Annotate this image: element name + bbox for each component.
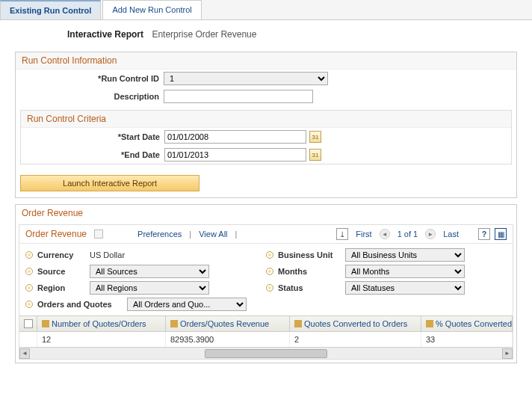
- tab-existing-run-control[interactable]: Existing Run Control: [0, 0, 101, 19]
- run-control-criteria-title: Run Control Criteria: [21, 111, 511, 128]
- prev-icon[interactable]: ◄: [380, 229, 390, 239]
- cell-number: 12: [37, 332, 166, 347]
- region-label: Region: [37, 283, 90, 292]
- business-unit-label: Business Unit: [278, 250, 345, 259]
- launch-interactive-report-button[interactable]: Launch Interactive Report: [20, 175, 200, 191]
- description-label: Description: [22, 92, 164, 101]
- page-title-value: Enterprise Order Revenue: [152, 29, 256, 40]
- cube-icon: [42, 320, 49, 327]
- cube-icon: [426, 320, 433, 327]
- scroll-left-icon[interactable]: ◄: [19, 348, 30, 359]
- calendar-icon[interactable]: 31: [309, 131, 321, 143]
- column-headers: Number of Quotes/Orders Orders/Quotes Re…: [19, 316, 513, 332]
- run-control-id-select[interactable]: 1: [164, 72, 328, 85]
- col-number-quotes-orders[interactable]: Number of Quotes/Orders: [37, 316, 166, 331]
- source-label: Source: [37, 267, 90, 276]
- run-control-id-label: *Run Control ID: [22, 74, 164, 83]
- tab-bar: Existing Run Control Add New Run Control: [0, 0, 532, 20]
- status-label: Status: [278, 283, 345, 292]
- table-row[interactable]: 12 82935.3900 2 33: [19, 332, 513, 347]
- pager-text: 1 of 1: [398, 230, 418, 238]
- first-link[interactable]: First: [356, 230, 371, 238]
- end-date-label: *End Date: [27, 150, 164, 159]
- cell-pct: 33: [421, 332, 513, 347]
- download-icon[interactable]: ⤓: [336, 228, 348, 240]
- region-select[interactable]: All Regions: [90, 281, 209, 295]
- chart-icon[interactable]: [94, 230, 103, 238]
- select-all-checkbox[interactable]: [24, 319, 33, 328]
- order-revenue-title: Order Revenue: [16, 205, 516, 221]
- radio-icon[interactable]: [25, 251, 33, 259]
- radio-icon[interactable]: [266, 268, 273, 275]
- end-date-input[interactable]: [164, 148, 306, 161]
- grid-toolbar-title: Order Revenue: [25, 229, 87, 239]
- radio-icon[interactable]: [25, 284, 33, 292]
- filter-area: Currency US Dollar Business Unit All Bus…: [19, 244, 513, 316]
- help-icon[interactable]: ?: [478, 228, 490, 240]
- radio-icon[interactable]: [266, 284, 273, 292]
- months-select[interactable]: All Months: [345, 265, 465, 278]
- cell-revenue: 82935.3900: [166, 332, 290, 347]
- next-icon[interactable]: ►: [425, 229, 436, 239]
- run-control-info-title: Run Control Information: [16, 52, 516, 70]
- col-orders-quotes-revenue[interactable]: Orders/Quotes Revenue: [166, 316, 290, 331]
- scroll-right-icon[interactable]: ►: [502, 348, 513, 359]
- currency-value: US Dollar: [90, 250, 125, 259]
- start-date-input[interactable]: [164, 130, 306, 144]
- radio-icon[interactable]: [25, 301, 33, 308]
- page-title-label: Interactive Report: [67, 29, 143, 40]
- months-label: Months: [278, 267, 345, 276]
- grid-toolbar: Order Revenue Preferences | View All | ⤓…: [19, 225, 513, 244]
- radio-icon[interactable]: [25, 268, 33, 275]
- preferences-link[interactable]: Preferences: [137, 230, 182, 238]
- cell-converted: 2: [290, 332, 421, 347]
- col-pct-quotes-converted[interactable]: % Quotes Converted to: [421, 316, 513, 331]
- cube-icon: [170, 320, 178, 327]
- last-link[interactable]: Last: [443, 230, 459, 238]
- radio-icon[interactable]: [266, 251, 273, 259]
- col-quotes-converted[interactable]: Quotes Converted to Orders: [290, 316, 421, 331]
- order-revenue-section: Order Revenue Order Revenue Preferences …: [15, 204, 517, 363]
- horizontal-scrollbar[interactable]: ◄ ►: [19, 347, 513, 359]
- description-input[interactable]: [164, 90, 313, 103]
- page-title: Interactive Report Enterprise Order Reve…: [0, 20, 532, 46]
- cube-icon: [294, 320, 302, 327]
- start-date-label: *Start Date: [27, 132, 164, 141]
- status-select[interactable]: All Statuses: [345, 281, 465, 295]
- grid-view-icon[interactable]: ▦: [495, 228, 507, 240]
- orders-quotes-label: Orders and Quotes: [37, 300, 127, 309]
- business-unit-select[interactable]: All Business Units: [345, 248, 465, 262]
- view-all-link[interactable]: View All: [199, 230, 227, 238]
- source-select[interactable]: All Sources: [90, 265, 209, 278]
- calendar-icon[interactable]: 31: [309, 149, 321, 161]
- run-control-criteria-section: Run Control Criteria *Start Date 31 *End…: [20, 110, 512, 164]
- orders-quotes-select[interactable]: All Orders and Quo...: [127, 298, 247, 311]
- run-control-info-section: Run Control Information *Run Control ID …: [15, 52, 517, 198]
- currency-label: Currency: [37, 250, 90, 259]
- tab-add-new-run-control[interactable]: Add New Run Control: [102, 0, 201, 19]
